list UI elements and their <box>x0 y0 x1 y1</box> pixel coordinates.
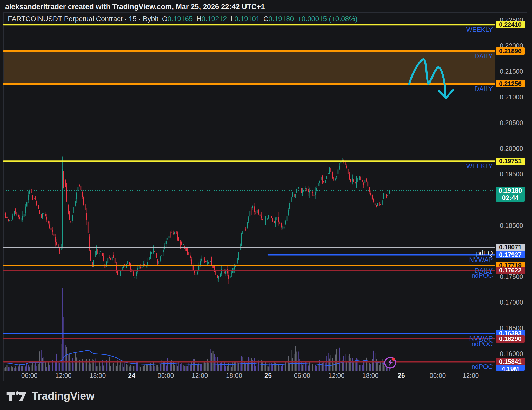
volume-bar <box>133 366 134 371</box>
chart-plot-area[interactable] <box>0 0 532 410</box>
flash-marker-icon[interactable] <box>385 358 396 368</box>
candle-body <box>14 211 15 216</box>
candle-body <box>244 229 245 229</box>
volume-bar <box>62 288 63 371</box>
candle-body <box>271 216 272 218</box>
candle-body <box>234 267 235 269</box>
symbol-title[interactable]: FARTCOINUSDT Perpetual Contract · 15 · B… <box>8 15 158 23</box>
candle-body <box>46 217 47 219</box>
candle-body <box>201 259 202 261</box>
x-axis-label: 24 <box>128 372 135 379</box>
volume-bar <box>163 361 164 371</box>
volume-bar <box>31 365 31 371</box>
candle-body <box>282 228 283 228</box>
volume-bar <box>154 366 155 371</box>
candle-body <box>362 180 363 182</box>
candle-body <box>18 215 19 217</box>
volume-bar <box>190 365 191 371</box>
volume-bar <box>248 357 249 371</box>
volume-bar <box>316 366 317 371</box>
volume-bar <box>352 358 353 371</box>
candle-body <box>207 263 208 263</box>
candle-body <box>25 207 26 213</box>
candle-body <box>311 192 312 192</box>
candle-body <box>387 195 388 196</box>
volume-bar <box>183 365 184 371</box>
volume-bar <box>44 357 44 371</box>
candle-body <box>379 205 380 205</box>
volume-bar <box>59 363 60 371</box>
level-name-weekly: WEEKLY <box>415 162 493 170</box>
candle-body <box>372 195 373 199</box>
volume-bar <box>36 366 37 371</box>
volume-bar <box>89 359 90 371</box>
candle-body <box>303 191 304 192</box>
volume-bar <box>130 365 131 371</box>
volume-bar <box>110 366 111 371</box>
candle-body <box>298 187 299 189</box>
candle-body <box>117 271 118 275</box>
price-tag-0.17622: 0.17622 <box>496 267 525 274</box>
volume-bar <box>14 368 15 371</box>
candle-body <box>78 187 79 191</box>
x-axis-label: 06:00 <box>294 372 310 379</box>
candle-body <box>221 269 222 274</box>
candle-body <box>288 210 289 215</box>
volume-bar <box>38 364 39 371</box>
volume-bar <box>282 365 283 371</box>
candle-body <box>205 261 207 262</box>
candle-body <box>160 257 161 260</box>
candle-body <box>49 224 50 228</box>
candle-body <box>190 256 191 258</box>
candle-body <box>228 275 229 279</box>
volume-bar <box>9 367 10 371</box>
candle-body <box>258 210 259 214</box>
candle-body <box>171 233 172 233</box>
volume-bar <box>48 362 49 371</box>
volume-bar <box>356 358 357 371</box>
volume-bar <box>39 351 40 371</box>
candle-body <box>287 216 288 221</box>
volume-bar <box>115 364 115 371</box>
candle-body <box>196 275 197 275</box>
candle-body <box>22 216 23 220</box>
volume-bar <box>309 361 310 371</box>
candle-body <box>250 211 251 216</box>
candle-body <box>261 216 262 218</box>
volume-bar <box>301 361 302 371</box>
candle-body <box>260 214 261 216</box>
candle-body <box>375 203 376 205</box>
volume-bar <box>66 347 67 371</box>
candle-body <box>237 258 238 264</box>
volume-bar <box>277 364 277 371</box>
volume-bar <box>368 363 368 371</box>
candle-body <box>302 191 303 193</box>
volume-bar <box>325 363 326 371</box>
candle-body <box>227 269 228 274</box>
volume-bar <box>151 366 152 371</box>
candle-body <box>220 273 221 277</box>
current-price-value: 0.19180 <box>496 187 525 194</box>
volume-bar <box>292 358 293 371</box>
volume-bar <box>144 365 145 371</box>
candle-body <box>198 266 200 271</box>
volume-bar <box>156 365 157 371</box>
volume-bar <box>83 363 84 371</box>
volume-bar <box>92 359 93 371</box>
candle-body <box>329 170 330 172</box>
volume-bar <box>251 358 252 371</box>
candle-body <box>19 217 20 219</box>
volume-bar <box>370 364 371 371</box>
candle-body <box>42 214 43 217</box>
volume-bar <box>274 362 275 371</box>
candle-body <box>330 168 331 172</box>
candle-body <box>208 262 209 264</box>
candle-body <box>279 222 280 224</box>
tradingview-logo[interactable]: TradingView <box>6 390 94 402</box>
volume-bar <box>308 365 309 371</box>
volume-bar <box>245 364 246 371</box>
y-axis-tick: 0.21500 <box>496 68 523 75</box>
candle-body <box>48 221 49 224</box>
candle-body <box>63 171 64 188</box>
candle-body <box>276 217 277 220</box>
